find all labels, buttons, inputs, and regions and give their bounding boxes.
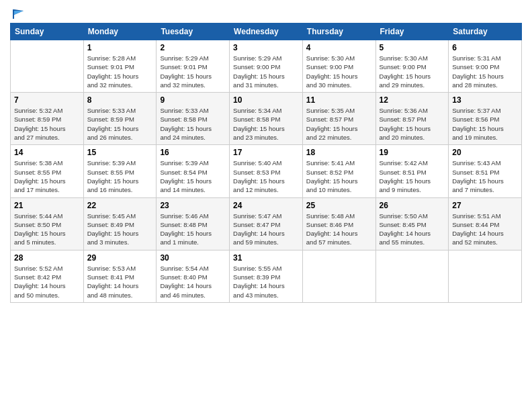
day-number: 7 <box>14 95 80 105</box>
calendar-cell: 24Sunrise: 5:47 AM Sunset: 8:47 PM Dayli… <box>230 197 303 250</box>
day-header-thursday: Thursday <box>302 24 375 40</box>
calendar-cell: 6Sunrise: 5:31 AM Sunset: 9:00 PM Daylig… <box>449 40 522 93</box>
day-number: 5 <box>380 43 445 52</box>
calendar-cell: 25Sunrise: 5:48 AM Sunset: 8:46 PM Dayli… <box>302 197 375 250</box>
day-number: 25 <box>306 201 372 210</box>
day-info: Sunrise: 5:39 AM Sunset: 8:55 PM Dayligh… <box>87 158 153 194</box>
calendar-cell: 21Sunrise: 5:44 AM Sunset: 8:50 PM Dayli… <box>11 197 84 250</box>
calendar-week-row: 21Sunrise: 5:44 AM Sunset: 8:50 PM Dayli… <box>11 197 522 250</box>
day-info: Sunrise: 5:33 AM Sunset: 8:59 PM Dayligh… <box>87 106 153 142</box>
day-info: Sunrise: 5:30 AM Sunset: 9:00 PM Dayligh… <box>380 54 445 89</box>
day-info: Sunrise: 5:41 AM Sunset: 8:52 PM Dayligh… <box>306 158 372 194</box>
calendar-cell <box>302 250 375 302</box>
day-number: 6 <box>452 43 518 52</box>
calendar-cell: 17Sunrise: 5:40 AM Sunset: 8:53 PM Dayli… <box>230 145 303 197</box>
calendar-cell: 20Sunrise: 5:43 AM Sunset: 8:51 PM Dayli… <box>449 145 522 197</box>
day-info: Sunrise: 5:53 AM Sunset: 8:41 PM Dayligh… <box>87 264 153 300</box>
page-header <box>10 7 522 17</box>
day-number: 28 <box>14 253 80 263</box>
calendar-cell: 12Sunrise: 5:36 AM Sunset: 8:57 PM Dayli… <box>375 93 449 145</box>
day-number: 3 <box>233 43 299 52</box>
day-number: 15 <box>87 148 153 157</box>
calendar-cell: 22Sunrise: 5:45 AM Sunset: 8:49 PM Dayli… <box>83 197 157 250</box>
day-number: 11 <box>306 95 372 105</box>
day-info: Sunrise: 5:31 AM Sunset: 9:00 PM Dayligh… <box>452 54 518 89</box>
day-header-saturday: Saturday <box>449 24 522 40</box>
day-info: Sunrise: 5:44 AM Sunset: 8:50 PM Dayligh… <box>14 212 80 247</box>
calendar-week-row: 7Sunrise: 5:32 AM Sunset: 8:59 PM Daylig… <box>11 93 522 145</box>
day-number: 2 <box>160 43 226 52</box>
day-number: 4 <box>306 43 372 52</box>
day-info: Sunrise: 5:40 AM Sunset: 8:53 PM Dayligh… <box>233 158 299 194</box>
day-header-sunday: Sunday <box>11 24 84 40</box>
day-info: Sunrise: 5:42 AM Sunset: 8:51 PM Dayligh… <box>380 158 445 194</box>
calendar-cell: 5Sunrise: 5:30 AM Sunset: 9:00 PM Daylig… <box>375 40 449 93</box>
calendar-cell: 29Sunrise: 5:53 AM Sunset: 8:41 PM Dayli… <box>83 250 157 302</box>
day-info: Sunrise: 5:29 AM Sunset: 9:00 PM Dayligh… <box>233 54 299 89</box>
day-number: 19 <box>380 148 445 157</box>
calendar-week-row: 1Sunrise: 5:28 AM Sunset: 9:01 PM Daylig… <box>11 40 522 93</box>
day-info: Sunrise: 5:29 AM Sunset: 9:01 PM Dayligh… <box>160 54 226 89</box>
day-header-tuesday: Tuesday <box>157 24 230 40</box>
day-info: Sunrise: 5:43 AM Sunset: 8:51 PM Dayligh… <box>452 158 518 194</box>
calendar-cell: 11Sunrise: 5:35 AM Sunset: 8:57 PM Dayli… <box>302 93 375 145</box>
calendar-cell: 31Sunrise: 5:55 AM Sunset: 8:39 PM Dayli… <box>230 250 303 302</box>
calendar-cell: 15Sunrise: 5:39 AM Sunset: 8:55 PM Dayli… <box>83 145 157 197</box>
calendar-cell: 18Sunrise: 5:41 AM Sunset: 8:52 PM Dayli… <box>302 145 375 197</box>
calendar-cell <box>449 250 522 302</box>
day-info: Sunrise: 5:46 AM Sunset: 8:48 PM Dayligh… <box>160 212 226 247</box>
day-info: Sunrise: 5:33 AM Sunset: 8:58 PM Dayligh… <box>160 106 226 142</box>
day-info: Sunrise: 5:37 AM Sunset: 8:56 PM Dayligh… <box>452 106 518 142</box>
days-header-row: SundayMondayTuesdayWednesdayThursdayFrid… <box>11 24 522 40</box>
logo <box>10 7 26 17</box>
calendar-cell: 23Sunrise: 5:46 AM Sunset: 8:48 PM Dayli… <box>157 197 230 250</box>
day-number: 30 <box>160 253 226 263</box>
day-number: 13 <box>452 95 518 105</box>
day-info: Sunrise: 5:34 AM Sunset: 8:58 PM Dayligh… <box>233 106 299 142</box>
day-info: Sunrise: 5:30 AM Sunset: 9:00 PM Dayligh… <box>306 54 372 89</box>
day-info: Sunrise: 5:51 AM Sunset: 8:44 PM Dayligh… <box>452 212 518 247</box>
day-number: 16 <box>160 148 226 157</box>
calendar-cell: 8Sunrise: 5:33 AM Sunset: 8:59 PM Daylig… <box>83 93 157 145</box>
day-number: 14 <box>14 148 80 157</box>
day-number: 18 <box>306 148 372 157</box>
day-header-monday: Monday <box>83 24 157 40</box>
day-number: 8 <box>87 95 153 105</box>
day-info: Sunrise: 5:54 AM Sunset: 8:40 PM Dayligh… <box>160 264 226 300</box>
day-header-wednesday: Wednesday <box>230 24 303 40</box>
day-number: 20 <box>452 148 518 157</box>
calendar-cell: 26Sunrise: 5:50 AM Sunset: 8:45 PM Dayli… <box>375 197 449 250</box>
day-info: Sunrise: 5:47 AM Sunset: 8:47 PM Dayligh… <box>233 212 299 247</box>
day-number: 21 <box>14 201 80 210</box>
calendar-cell: 27Sunrise: 5:51 AM Sunset: 8:44 PM Dayli… <box>449 197 522 250</box>
calendar-cell: 13Sunrise: 5:37 AM Sunset: 8:56 PM Dayli… <box>449 93 522 145</box>
day-number: 17 <box>233 148 299 157</box>
calendar-cell: 2Sunrise: 5:29 AM Sunset: 9:01 PM Daylig… <box>157 40 230 93</box>
day-info: Sunrise: 5:50 AM Sunset: 8:45 PM Dayligh… <box>380 212 445 247</box>
logo-flag-icon <box>11 7 26 21</box>
day-header-friday: Friday <box>375 24 449 40</box>
calendar-cell <box>375 250 449 302</box>
day-info: Sunrise: 5:36 AM Sunset: 8:57 PM Dayligh… <box>380 106 445 142</box>
day-number: 22 <box>87 201 153 210</box>
day-number: 24 <box>233 201 299 210</box>
day-info: Sunrise: 5:45 AM Sunset: 8:49 PM Dayligh… <box>87 212 153 247</box>
calendar-cell: 9Sunrise: 5:33 AM Sunset: 8:58 PM Daylig… <box>157 93 230 145</box>
day-info: Sunrise: 5:35 AM Sunset: 8:57 PM Dayligh… <box>306 106 372 142</box>
day-number: 10 <box>233 95 299 105</box>
day-number: 12 <box>380 95 445 105</box>
calendar-cell: 16Sunrise: 5:39 AM Sunset: 8:54 PM Dayli… <box>157 145 230 197</box>
svg-marker-1 <box>14 11 24 15</box>
day-info: Sunrise: 5:28 AM Sunset: 9:01 PM Dayligh… <box>87 54 153 89</box>
day-number: 31 <box>233 253 299 263</box>
calendar-cell: 19Sunrise: 5:42 AM Sunset: 8:51 PM Dayli… <box>375 145 449 197</box>
day-number: 27 <box>452 201 518 210</box>
day-number: 29 <box>87 253 153 263</box>
calendar-week-row: 28Sunrise: 5:52 AM Sunset: 8:42 PM Dayli… <box>11 250 522 302</box>
calendar-cell: 10Sunrise: 5:34 AM Sunset: 8:58 PM Dayli… <box>230 93 303 145</box>
day-info: Sunrise: 5:48 AM Sunset: 8:46 PM Dayligh… <box>306 212 372 247</box>
day-number: 9 <box>160 95 226 105</box>
calendar-cell: 3Sunrise: 5:29 AM Sunset: 9:00 PM Daylig… <box>230 40 303 93</box>
calendar-cell: 1Sunrise: 5:28 AM Sunset: 9:01 PM Daylig… <box>83 40 157 93</box>
calendar-cell: 30Sunrise: 5:54 AM Sunset: 8:40 PM Dayli… <box>157 250 230 302</box>
